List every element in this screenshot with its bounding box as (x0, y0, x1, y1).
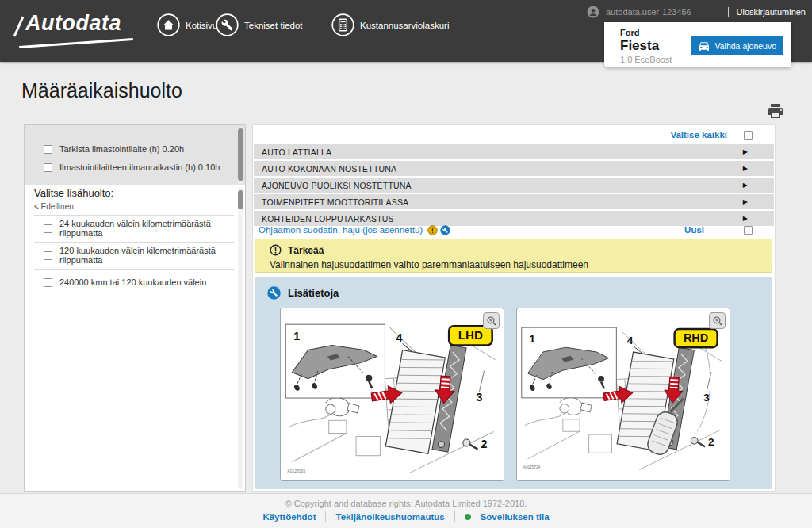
diagram-code: A0115724 (523, 465, 541, 469)
vehicle-card: Ford Fiesta 1.0 EcoBoost Vaihda ajoneuvo (604, 22, 791, 67)
renew-link[interactable]: Uusi (684, 225, 704, 235)
autodata-logo[interactable]: Autodata (25, 11, 121, 36)
logo-slash-decoration (13, 17, 25, 37)
service-option-row: 24 kuukauden välein kilometrimäärästä ri… (44, 222, 234, 235)
zoom-button[interactable] (483, 312, 500, 329)
selected-tasks-section: Tarkista ilmastointilaite (h) 0.20h Ilma… (25, 125, 245, 185)
change-vehicle-button[interactable]: Vaihda ajoneuvo (691, 36, 783, 55)
technical-diagram-rhd: 1 2 3 4 RHD A0115724 (517, 308, 730, 480)
option-label: 24 kuukauden välein kilometrimäärästä ri… (59, 219, 234, 238)
additional-service-title: Valitse lisähuolto: (34, 187, 113, 199)
chevron-right-icon: ▶ (743, 148, 748, 155)
service-option-row: 120 kuukauden välein kilometrimäärästä r… (44, 249, 234, 262)
diagram-label-4: 4 (627, 335, 634, 346)
task-checkbox[interactable] (44, 145, 52, 154)
nav-label-technical: Tekniset tiedot (244, 21, 303, 30)
diagram-label-1: 1 (293, 330, 300, 342)
service-option-row: 240000 kmn tai 120 kuukauden välein (44, 276, 234, 289)
accordion-auto-kokonaan-nostettuna[interactable]: AUTO KOKONAAN NOSTETTUNA ▶ (254, 161, 774, 176)
additional-info-panel: Lisätietoja (255, 277, 772, 489)
sidebar: Tarkista ilmastointilaite (h) 0.20h Ilma… (24, 124, 246, 492)
technical-diagram-lhd: 1 2 3 4 LHD A0128165 (281, 308, 504, 480)
chevron-right-icon: ▶ (743, 182, 748, 189)
selected-task-row: Tarkista ilmastointilaite (h) 0.20h (44, 143, 234, 155)
accordion-ajoneuvo-puoliksi-nostettuna[interactable]: AJONEUVO PUOLIKSI NOSTETTUNA ▶ (254, 178, 774, 193)
nav-item-home[interactable]: Kotisivu (157, 13, 217, 36)
footer-divider (454, 511, 455, 522)
vehicle-engine: 1.0 EcoBoost (620, 55, 783, 64)
important-warning-box: Tärkeää Valinnainen hajusuodattimen vaih… (255, 239, 772, 273)
accordion-label: AUTO KOKONAAN NOSTETTUNA (262, 164, 396, 174)
change-vehicle-label: Vaihda ajoneuvo (715, 41, 776, 51)
app-status-link[interactable]: Sovelluksen tila (481, 512, 550, 522)
diagram-label-3: 3 (703, 392, 710, 404)
select-all-checkbox[interactable] (744, 131, 753, 140)
option-label: 240000 kmn tai 120 kuukauden välein (59, 277, 206, 287)
status-dot (465, 514, 471, 520)
sidebar-scrollbar-bottom[interactable] (238, 187, 243, 489)
rhd-badge: RHD (684, 331, 708, 344)
important-icon (270, 244, 282, 256)
previous-link[interactable]: < Edellinen (34, 202, 74, 211)
logout-link[interactable]: Uloskirjautuminen (737, 7, 806, 17)
info-tools-icon (267, 286, 281, 300)
option-checkbox[interactable] (44, 224, 52, 233)
home-icon (157, 13, 180, 36)
footer: © Copyright and database rights: Autodat… (0, 493, 812, 528)
task-label: Ilmastointilaitteen ilmanraikastin (h) 0… (59, 163, 220, 172)
option-checkbox[interactable] (44, 278, 52, 287)
important-title: Tärkeää (288, 245, 324, 256)
scrollbar-thumb[interactable] (238, 128, 243, 181)
accordion-toimenpiteet-moottoritilassa[interactable]: TOIMENPITEET MOOTTORITILASSA ▶ (254, 194, 774, 209)
footer-divider (325, 511, 326, 522)
wrench-icon (216, 13, 239, 36)
warning-icon[interactable] (427, 225, 438, 235)
page-title: Määräaikaishuolto (21, 79, 182, 102)
select-all-link[interactable]: Valtise kaikki (670, 130, 727, 140)
diagram-panel-rhd: 1 2 3 4 RHD A0115724 (516, 308, 730, 481)
tools-icon[interactable] (440, 225, 450, 235)
nav-item-estimate-calculator[interactable]: Kustannusarviolaskuri (331, 13, 450, 36)
magnifier-icon (486, 316, 497, 327)
chevron-right-icon: ▶ (743, 198, 748, 205)
print-icon[interactable] (766, 101, 785, 121)
renew-checkbox[interactable] (744, 226, 753, 235)
option-checkbox[interactable] (44, 251, 52, 260)
sidebar-scrollbar-top[interactable] (238, 127, 243, 184)
diagram-label-1: 1 (529, 333, 535, 345)
accordion-label: TOIMENPITEET MOOTTORITILASSA (262, 197, 408, 207)
diagram-label-3: 3 (476, 391, 482, 404)
username: autodata.user-123456 (606, 7, 691, 17)
zoom-button[interactable] (709, 312, 726, 329)
nav-label-estimate-calculator: Kustannusarviolaskuri (360, 21, 450, 30)
divider (34, 269, 234, 270)
important-text: Valinnainen hajusuodattimen vaihto parem… (270, 259, 772, 270)
user-bar: autodata.user-123456 Uloskirjautuminen (587, 5, 806, 19)
chevron-right-icon: ▶ (743, 215, 748, 222)
lhd-badge: LHD (458, 328, 483, 342)
task-checkbox[interactable] (44, 163, 52, 172)
cabin-filter-task-row: Ohjaamon suodatin, haju (jos asennettu) … (259, 224, 753, 236)
cabin-filter-link[interactable]: Ohjaamon suodatin, haju (jos asennettu) (259, 225, 423, 235)
divider (34, 215, 234, 216)
car-icon (698, 40, 710, 52)
divider (34, 242, 234, 243)
calculator-icon (331, 13, 354, 36)
diagram-label-2: 2 (708, 436, 714, 448)
additional-info-title: Lisätietoja (288, 287, 339, 299)
copyright-notice-link[interactable]: Tekijänoikeushuomautus (335, 512, 444, 522)
selected-task-row: Ilmastointilaitteen ilmanraikastin (h) 0… (44, 161, 234, 174)
content-panel: Valtise kaikki AUTO LATTIALLA ▶ AUTO KOK… (252, 124, 776, 492)
terms-link[interactable]: Käyttöehdot (262, 512, 316, 522)
nav-item-technical[interactable]: Tekniset tiedot (216, 13, 303, 36)
option-label: 120 kuukauden välein kilometrimäärästä r… (59, 246, 234, 265)
chevron-right-icon: ▶ (743, 165, 748, 172)
accordion-auto-lattialla[interactable]: AUTO LATTIALLA ▶ (254, 144, 774, 159)
accordion-label: AJONEUVO PUOLIKSI NOSTETTUNA (262, 181, 412, 190)
task-icons (427, 225, 450, 235)
scrollbar-thumb[interactable] (238, 190, 243, 209)
diagram-label-4: 4 (396, 331, 403, 344)
diagram-code: A0128165 (287, 469, 305, 473)
userbar-divider (728, 7, 729, 17)
diagram-label-2: 2 (481, 438, 488, 450)
